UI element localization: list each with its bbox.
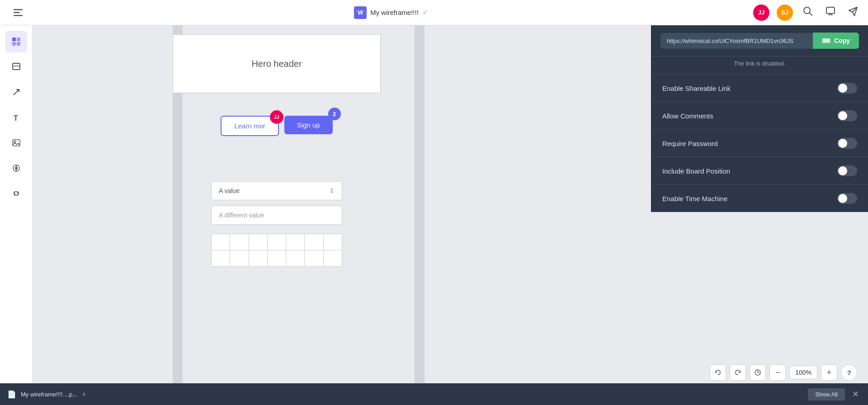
toggle-label-require-password: Require Password bbox=[662, 140, 718, 147]
table-cell bbox=[305, 250, 323, 267]
svg-rect-1 bbox=[14, 12, 20, 13]
toggle-enable-time-machine: Enable Time Machine bbox=[651, 185, 868, 212]
table-cell bbox=[212, 250, 230, 267]
tool-component[interactable] bbox=[5, 157, 27, 179]
wireframe-content: Hero header Learn mor JJ Sign up 2 A val… bbox=[123, 34, 430, 267]
zoom-out-button[interactable]: − bbox=[769, 364, 786, 381]
grid-table bbox=[211, 234, 342, 267]
table-cell bbox=[286, 234, 305, 250]
link-disabled-text: The link is disabled. bbox=[651, 57, 868, 75]
zoom-in-icon: + bbox=[827, 368, 832, 377]
svg-line-13 bbox=[14, 89, 19, 95]
svg-rect-0 bbox=[14, 9, 23, 10]
show-all-button[interactable]: Show All bbox=[808, 388, 845, 400]
toggle-knob bbox=[838, 84, 847, 93]
toggle-switch-enable-time-machine[interactable] bbox=[837, 193, 857, 204]
svg-rect-15 bbox=[13, 140, 20, 146]
bottom-toolbar: − 100% + ? bbox=[33, 362, 868, 383]
document-title: My wireframe!!!! bbox=[370, 9, 419, 16]
zoom-out-icon: − bbox=[775, 368, 780, 377]
spacer bbox=[123, 145, 430, 181]
status-bar: 📄 My wireframe!!!!....p... ∧ Show All ✕ bbox=[0, 383, 868, 405]
status-filename: My wireframe!!!!....p... bbox=[21, 391, 77, 398]
toggle-label-allow-comments: Allow Comments bbox=[662, 112, 713, 120]
share-panel: ⌨ Copy The link is disabled. Enable Shar… bbox=[651, 25, 868, 212]
topbar-right: JJ SJ bbox=[753, 4, 861, 21]
table-cell bbox=[230, 234, 249, 250]
tool-link[interactable] bbox=[5, 183, 27, 204]
toggle-knob bbox=[838, 194, 847, 203]
search-icon[interactable] bbox=[800, 4, 816, 21]
table-row bbox=[212, 250, 342, 267]
svg-rect-7 bbox=[12, 38, 16, 41]
toggle-switch-enable-shareable[interactable] bbox=[837, 83, 857, 94]
app-logo: W bbox=[354, 6, 367, 19]
user-jj-cursor: JJ bbox=[270, 110, 283, 124]
status-caret-icon[interactable]: ∧ bbox=[82, 391, 86, 397]
toggle-include-board-position: Include Board Position bbox=[651, 157, 868, 185]
toggle-knob bbox=[838, 139, 847, 148]
svg-rect-2 bbox=[14, 15, 23, 16]
help-icon: ? bbox=[847, 369, 851, 377]
table-cell bbox=[212, 234, 230, 250]
input-field[interactable]: A different value bbox=[211, 206, 342, 225]
zoom-level-display: 100% bbox=[789, 366, 817, 379]
table-cell bbox=[267, 234, 286, 250]
svg-rect-8 bbox=[17, 38, 20, 41]
send-icon[interactable] bbox=[845, 4, 861, 21]
hero-section[interactable]: Hero header bbox=[173, 34, 381, 93]
signup-container: Sign up 2 bbox=[284, 116, 333, 136]
history-button[interactable] bbox=[750, 364, 766, 381]
tool-frame[interactable] bbox=[5, 56, 27, 78]
toggle-label-enable-time-machine: Enable Time Machine bbox=[662, 195, 727, 202]
table-cell bbox=[249, 234, 267, 250]
menu-button[interactable] bbox=[7, 2, 29, 24]
avatar-jj[interactable]: JJ bbox=[753, 5, 769, 21]
table-row bbox=[212, 234, 342, 250]
share-url-input[interactable] bbox=[660, 33, 813, 49]
tool-select[interactable] bbox=[5, 31, 27, 52]
learn-more-container: Learn mor JJ bbox=[221, 116, 278, 136]
svg-line-4 bbox=[810, 13, 812, 16]
buttons-row: Learn mor JJ Sign up 2 bbox=[123, 116, 430, 136]
copy-button[interactable]: ⌨ Copy bbox=[813, 33, 859, 49]
toggle-switch-require-password[interactable] bbox=[837, 138, 857, 149]
redo-button[interactable] bbox=[730, 364, 746, 381]
toggle-switch-allow-comments[interactable] bbox=[837, 110, 857, 121]
sync-status-icon: ✓ bbox=[422, 8, 428, 17]
input-placeholder: A different value bbox=[219, 212, 264, 219]
comments-icon[interactable] bbox=[823, 4, 838, 21]
close-status-button[interactable]: ✕ bbox=[850, 387, 861, 401]
table-cell bbox=[323, 250, 342, 267]
topbar: W My wireframe!!!! ✓ JJ SJ bbox=[0, 0, 868, 25]
svg-point-18 bbox=[15, 167, 18, 170]
svg-rect-10 bbox=[17, 42, 20, 46]
table-cell bbox=[230, 250, 249, 267]
toggle-allow-comments: Allow Comments bbox=[651, 102, 868, 130]
toggle-switch-include-board-position[interactable] bbox=[837, 165, 857, 176]
tool-arrow[interactable] bbox=[5, 81, 27, 103]
toggle-knob bbox=[838, 111, 847, 120]
file-icon: 📄 bbox=[7, 390, 16, 399]
dropdown-value: A value bbox=[219, 187, 240, 194]
svg-rect-11 bbox=[13, 63, 20, 70]
undo-button[interactable] bbox=[710, 364, 726, 381]
topbar-center: W My wireframe!!!! ✓ bbox=[354, 6, 428, 19]
signup-button[interactable]: Sign up bbox=[284, 116, 333, 134]
url-row: ⌨ Copy bbox=[651, 25, 868, 57]
svg-rect-5 bbox=[826, 7, 835, 14]
status-left: 📄 My wireframe!!!!....p... ∧ bbox=[7, 390, 86, 399]
left-sidebar: T bbox=[0, 25, 33, 405]
toggle-label-enable-shareable: Enable Shareable Link bbox=[662, 85, 731, 92]
dropdown-field[interactable]: A value ⇕ bbox=[211, 181, 342, 200]
table-cell bbox=[286, 250, 305, 267]
topbar-left bbox=[7, 2, 29, 24]
help-button[interactable]: ? bbox=[841, 364, 857, 381]
avatar-sj[interactable]: SJ bbox=[777, 5, 793, 21]
status-right: Show All ✕ bbox=[808, 387, 861, 401]
svg-text:T: T bbox=[14, 114, 18, 122]
tool-text[interactable]: T bbox=[5, 107, 27, 128]
tool-image[interactable] bbox=[5, 132, 27, 154]
zoom-in-button[interactable]: + bbox=[821, 364, 837, 381]
table-cell bbox=[249, 250, 267, 267]
